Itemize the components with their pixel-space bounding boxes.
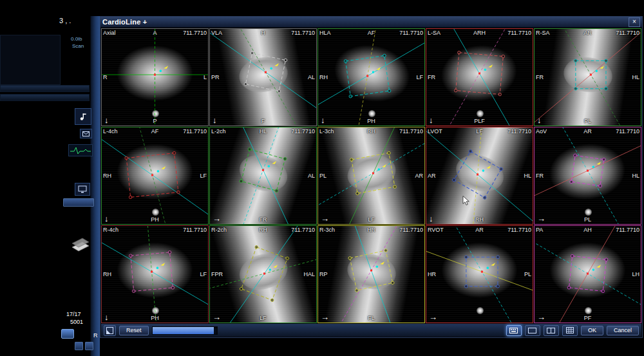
- orientation-label-top: RH: [259, 227, 267, 233]
- slice-plan-overlay[interactable]: [535, 226, 641, 323]
- slice-position-label: 711.7710: [507, 30, 531, 36]
- orientation-label-bottom: P: [153, 118, 156, 124]
- orientation-label-bottom: PH: [151, 315, 159, 321]
- slice-plan-overlay[interactable]: [210, 29, 316, 126]
- panel-name-label: R-4ch: [103, 227, 118, 233]
- orientation-label-bottom: PLF: [474, 118, 485, 124]
- slice-plan-overlay[interactable]: [426, 29, 533, 126]
- orientation-label-top: AF: [151, 128, 159, 135]
- slice-plan-overlay[interactable]: [102, 29, 208, 126]
- phase-direction-arrow-icon: ↓: [429, 115, 433, 125]
- slice-plan-overlay[interactable]: [426, 226, 533, 323]
- slice-plan-overlay[interactable]: [318, 127, 424, 224]
- orientation-label-right: LH: [632, 271, 639, 277]
- grid-layout-button[interactable]: [562, 325, 578, 336]
- slice-position-label: 711.7710: [183, 227, 207, 233]
- reset-button[interactable]: Reset: [119, 326, 149, 335]
- orientation-label-left: RH: [103, 271, 111, 277]
- orientation-label-top: AF: [368, 30, 375, 36]
- orientation-label-bottom: PF: [584, 315, 592, 321]
- mri-panel[interactable]: R-2chRH711.7710FPRHALLF→: [209, 225, 317, 323]
- 3d-slab-icon: [70, 233, 91, 255]
- slice-plan-overlay[interactable]: [210, 226, 316, 323]
- audio-tool-button[interactable]: [75, 108, 91, 125]
- orientation-label-bottom: PL: [584, 216, 591, 223]
- corner-frame-icon: [106, 327, 113, 334]
- slice-plan-overlay[interactable]: [426, 127, 533, 224]
- mri-panel[interactable]: VLAH711.7710PRALF↓: [209, 28, 317, 126]
- sidebar-action-button[interactable]: [61, 329, 74, 339]
- bottom-toolbar: Reset: [101, 324, 641, 337]
- background-panel: [0, 35, 61, 85]
- taskbar-chip[interactable]: [75, 342, 83, 350]
- mri-panel[interactable]: L-SAARH711.7710FRPLF↓: [426, 28, 533, 126]
- progress-fill: [153, 327, 214, 334]
- mri-panel[interactable]: L-4chAF711.7710RHLFPH↓: [101, 127, 209, 225]
- orientation-label-right: HL: [632, 74, 639, 80]
- slab-group-button[interactable]: [70, 233, 91, 258]
- split-frame-icon: [547, 328, 555, 333]
- mri-panel[interactable]: R-SAAR711.7710FRHLPL↓: [534, 28, 641, 126]
- panel-name-label: R-2ch: [211, 227, 227, 233]
- display-tool-button[interactable]: [75, 183, 90, 196]
- orientation-label-bottom: FL: [368, 315, 375, 321]
- mri-panel[interactable]: AxialA711.7710RLP↓: [101, 28, 209, 126]
- ok-button[interactable]: OK: [581, 326, 603, 335]
- split-layout-button[interactable]: [544, 325, 559, 336]
- slice-position-label: 711.7710: [291, 128, 315, 135]
- mri-panel[interactable]: R-3chHR711.7710RPFL→: [317, 225, 425, 323]
- orientation-label-top: H: [261, 30, 265, 36]
- mri-panel[interactable]: HLAAF711.7710RHLFPH↓: [317, 28, 425, 126]
- collapsed-panel-bar[interactable]: [0, 85, 90, 92]
- mri-panel[interactable]: RVOTAR711.7710HRPL→: [426, 225, 533, 323]
- orientation-label-right: PL: [524, 271, 531, 277]
- orientation-label-bottom: FR: [260, 216, 267, 223]
- orientation-label-left: FR: [428, 74, 435, 80]
- titlebar[interactable]: CardioLine + ×: [100, 17, 642, 28]
- orientation-label-top: RH: [367, 128, 375, 135]
- single-frame-icon: [528, 328, 536, 333]
- orientation-label-left: R: [103, 74, 108, 80]
- slice-plan-overlay[interactable]: [210, 127, 316, 224]
- sidebar-tab-chip[interactable]: [63, 198, 94, 207]
- mri-panel[interactable]: AoVAR711.7710FRHLPL→: [534, 127, 641, 225]
- window-title: CardioLine +: [102, 18, 147, 26]
- slice-plan-overlay[interactable]: [318, 226, 424, 323]
- slice-plan-overlay[interactable]: [535, 127, 641, 224]
- keyboard-panel-button[interactable]: [506, 325, 522, 336]
- slice-position-label: 711.7710: [183, 30, 207, 36]
- slice-plan-overlay[interactable]: [535, 29, 641, 126]
- orientation-label-top: AR: [583, 30, 592, 36]
- mri-panel[interactable]: PAAH711.7710LHPF→: [534, 225, 641, 323]
- slice-plan-overlay[interactable]: [102, 226, 208, 323]
- mri-panel[interactable]: L-2chHL711.7710ALFR→: [209, 127, 317, 225]
- slice-position-label: 711.7710: [291, 227, 315, 233]
- slice-position-label: 711.7710: [507, 227, 531, 233]
- orientation-label-bottom: F: [261, 118, 265, 124]
- music-note-icon: [79, 112, 88, 121]
- mri-panel[interactable]: L-3chRH711.7710PLARLF→: [317, 127, 425, 225]
- background-top-text: 3 , .: [59, 17, 71, 24]
- orientation-label-right: LF: [416, 74, 423, 80]
- taskbar-chip[interactable]: [85, 342, 93, 350]
- close-button[interactable]: ×: [629, 17, 640, 27]
- monitor-icon: [78, 185, 87, 193]
- slice-plan-overlay[interactable]: [318, 29, 424, 126]
- slice-position-label: 711.7710: [507, 128, 531, 135]
- message-button[interactable]: [80, 129, 92, 138]
- slice-plan-overlay[interactable]: [102, 127, 208, 224]
- slice-position-label: 711.7710: [291, 30, 315, 36]
- orientation-label-top: ARH: [473, 30, 486, 36]
- mri-panel[interactable]: LVOTLF711.7710ARHLRH↓: [426, 127, 533, 225]
- mouse-cursor: [463, 196, 469, 205]
- phase-direction-arrow-icon: →: [213, 312, 221, 322]
- collapsed-panel-bar[interactable]: [0, 94, 90, 101]
- grid-icon: [566, 327, 574, 333]
- weight-readout: 0.0lb: [71, 36, 82, 42]
- mri-panel[interactable]: R-4ch711.7710RHLFPH↓: [101, 225, 209, 323]
- cancel-button[interactable]: Cancel: [607, 326, 639, 335]
- series-number: 5001: [70, 319, 83, 325]
- single-layout-button[interactable]: [525, 325, 540, 336]
- frame-toggle-button[interactable]: [104, 325, 116, 336]
- phase-direction-arrow-icon: →: [213, 214, 221, 223]
